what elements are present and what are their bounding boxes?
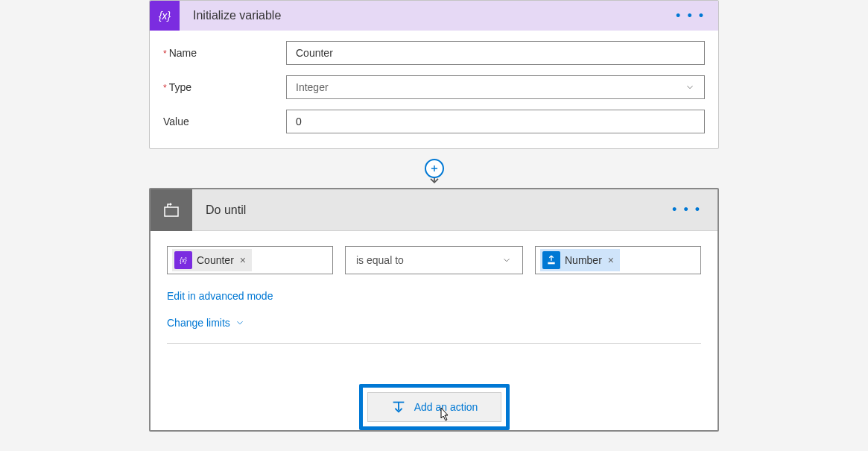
chevron-down-icon: [501, 255, 512, 265]
more-menu-button[interactable]: • • •: [676, 8, 718, 24]
type-select[interactable]: Integer: [286, 75, 705, 99]
add-step-button[interactable]: [425, 159, 444, 178]
right-operand-input[interactable]: Number ×: [535, 246, 701, 274]
card-header[interactable]: {x} Initialize variable • • •: [150, 1, 718, 31]
svg-text:{x}: {x}: [159, 10, 171, 22]
operator-select[interactable]: is equal to: [345, 246, 523, 274]
cursor-icon: [437, 406, 452, 424]
card-title: Do until: [192, 204, 672, 217]
card-body: {x} Counter × is equal to Numbe: [151, 231, 717, 430]
counter-token: {x} Counter ×: [172, 249, 252, 271]
chevron-down-icon: [685, 82, 695, 92]
change-limits-label: Change limits: [167, 317, 230, 329]
edit-advanced-mode-link[interactable]: Edit in advanced mode: [167, 290, 273, 302]
name-input[interactable]: [286, 41, 705, 65]
remove-token-button[interactable]: ×: [606, 254, 614, 266]
variable-icon: {x}: [150, 1, 180, 31]
more-menu-button[interactable]: • • •: [672, 202, 717, 218]
type-value: Integer: [296, 81, 329, 93]
svg-rect-3: [548, 262, 554, 265]
number-token: Number ×: [540, 249, 620, 271]
svg-text:{x}: {x}: [180, 257, 187, 264]
token-label: Counter: [197, 254, 234, 266]
card-header[interactable]: Do until • • •: [151, 189, 717, 231]
name-label: Name: [163, 47, 286, 59]
value-label: Value: [163, 116, 286, 127]
ask-icon: [542, 251, 560, 269]
value-input[interactable]: [286, 110, 705, 133]
add-action-button[interactable]: Add an action: [367, 392, 501, 422]
add-action-icon: [390, 399, 407, 415]
token-label: Number: [565, 254, 602, 266]
left-operand-input[interactable]: {x} Counter ×: [167, 246, 333, 274]
change-limits-link[interactable]: Change limits: [167, 317, 245, 329]
remove-token-button[interactable]: ×: [238, 254, 246, 266]
type-label: Type: [163, 81, 286, 93]
condition-row: {x} Counter × is equal to Numbe: [167, 246, 701, 274]
tutorial-highlight: Add an action: [359, 384, 510, 430]
chevron-down-icon: [235, 318, 245, 328]
card-title: Initialize variable: [180, 9, 676, 22]
do-until-card: Do until • • • {x} Counter × is equal to: [149, 188, 719, 432]
connector: [149, 149, 719, 188]
card-body: Name Type Integer Value: [150, 31, 718, 148]
do-until-icon: [151, 189, 192, 231]
variable-icon: {x}: [174, 251, 192, 269]
operator-label: is equal to: [356, 254, 404, 266]
initialize-variable-card: {x} Initialize variable • • • Name Type …: [149, 0, 719, 149]
svg-rect-1: [165, 207, 178, 216]
